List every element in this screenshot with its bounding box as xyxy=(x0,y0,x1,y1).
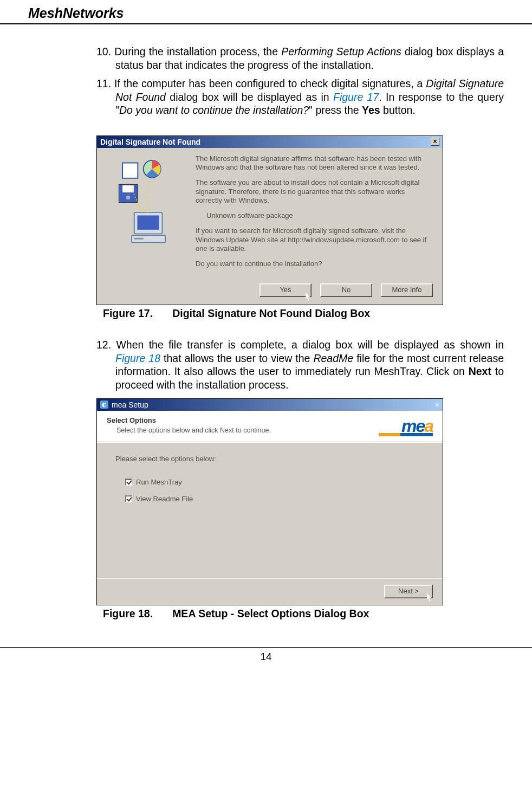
step-bold: Yes xyxy=(362,104,380,116)
digital-signature-dialog: Digital Signature Not Found × xyxy=(96,135,443,306)
brand-title: MeshNetworks xyxy=(28,5,504,21)
step-number: 10. xyxy=(96,46,111,57)
step-number: 12. xyxy=(96,339,111,351)
step-bold: Next xyxy=(469,365,491,377)
page-number: 14 xyxy=(260,651,271,662)
page-footer: 14 xyxy=(0,647,532,666)
dialog-graphic xyxy=(103,154,196,275)
dialog-para-2: The software you are about to install do… xyxy=(196,178,432,205)
more-info-button[interactable]: More Info xyxy=(381,283,433,297)
dialog-titlebar[interactable]: Digital Signature Not Found × xyxy=(97,136,443,148)
no-button[interactable]: No xyxy=(320,283,372,297)
dialog-para-1: The Microsoft digital signature affirms … xyxy=(196,154,432,172)
dialog-para-3: If you want to search for Microsoft digi… xyxy=(196,227,432,253)
figure-18-caption: Figure 18.MEA Setup - Select Options Dia… xyxy=(96,608,504,620)
wizard-header-subtitle: Select the options below and click Next … xyxy=(116,427,271,434)
close-icon[interactable]: × xyxy=(431,138,439,146)
step-text: If the computer has been configured to c… xyxy=(114,77,426,89)
step-text: " press the xyxy=(309,104,362,116)
figure-title: MEA Setup - Select Options Dialog Box xyxy=(172,608,369,619)
checkbox-run-meshtray[interactable]: Run MeshTray xyxy=(125,478,424,486)
svg-rect-8 xyxy=(134,238,144,240)
options-prompt: Please select the options below: xyxy=(115,455,424,463)
figure-link-18[interactable]: Figure 18 xyxy=(115,352,160,364)
dialog-title: mea Setup xyxy=(112,400,148,409)
checkbox-icon[interactable] xyxy=(125,495,132,502)
mea-setup-dialog: ◐ mea Setup × Select Options Select the … xyxy=(96,398,443,605)
step-italic: ReadMe xyxy=(313,352,353,364)
dialog-package-name: Unknown software package xyxy=(206,211,432,220)
step-number: 11. xyxy=(96,77,111,89)
figure-title: Digital Signature Not Found Dialog Box xyxy=(172,307,370,319)
next-button[interactable]: Next > xyxy=(384,585,433,598)
content-area: 10. During the installation process, the… xyxy=(0,45,532,620)
wizard-header-title: Select Options xyxy=(107,416,271,424)
figure-18: ◐ mea Setup × Select Options Select the … xyxy=(96,398,504,620)
step-text: When the file transfer is complete, a di… xyxy=(116,339,504,351)
checkbox-icon[interactable] xyxy=(125,479,132,486)
checkbox-view-readme[interactable]: View Readme File xyxy=(125,495,424,503)
figure-number: Figure 17. xyxy=(103,307,153,320)
figure-number: Figure 18. xyxy=(103,608,153,620)
yes-button[interactable]: Yes xyxy=(259,283,312,297)
step-text: that allows the user to view the xyxy=(160,352,313,364)
step-12: 12. When the file transfer is complete, … xyxy=(96,338,504,391)
step-italic: Performing Setup Actions xyxy=(281,46,401,57)
app-icon: ◐ xyxy=(100,400,108,409)
checkbox-label: Run MeshTray xyxy=(136,478,182,486)
svg-point-4 xyxy=(126,196,131,200)
page-header: MeshNetworks xyxy=(0,0,532,24)
step-text: button. xyxy=(380,104,416,116)
close-icon[interactable]: × xyxy=(435,400,439,409)
svg-rect-6 xyxy=(137,215,159,229)
step-quote: Do you want to continue the installation… xyxy=(119,104,309,116)
step-11: 11. If the computer has been configured … xyxy=(96,77,504,117)
dialog-title: Digital Signature Not Found xyxy=(100,138,200,146)
svg-rect-0 xyxy=(122,163,138,178)
checkbox-label: View Readme File xyxy=(136,495,193,503)
step-text: During the installation process, the xyxy=(114,46,281,57)
figure-link-17[interactable]: Figure 17 xyxy=(333,91,379,103)
dialog-para-4: Do you want to continue the installation… xyxy=(196,260,432,268)
step-text: dialog box will be displayed as in xyxy=(166,91,333,103)
mea-logo: mea xyxy=(379,416,433,436)
figure-17: Digital Signature Not Found × xyxy=(96,135,504,320)
figure-17-caption: Figure 17.Digital Signature Not Found Di… xyxy=(96,307,504,320)
step-10: 10. During the installation process, the… xyxy=(96,45,504,72)
dialog-titlebar[interactable]: ◐ mea Setup × xyxy=(97,399,443,411)
